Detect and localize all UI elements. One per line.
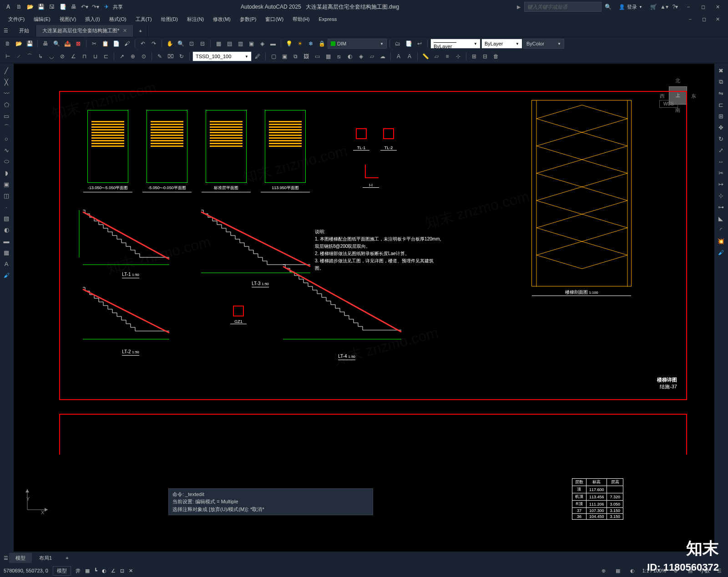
dim-ord-icon[interactable]: ↳ [35,51,46,61]
search-icon[interactable]: 🔍 [603,2,612,11]
hatch-icon[interactable]: ⧅ [334,51,344,61]
app-switcher-icon[interactable]: ▲▾ [660,2,669,11]
saveas-icon[interactable]: 🖫 [47,2,56,11]
dim-baseline-icon[interactable]: ⊔ [90,51,100,61]
extend-icon[interactable]: ↦ [715,179,726,189]
cut-icon[interactable]: ✂ [89,39,99,49]
dimedit-icon[interactable]: ✎ [155,51,165,61]
fillet-icon[interactable]: ◜ [715,225,726,235]
menu-file[interactable]: 文件(F) [4,14,29,24]
grid-toggle-icon[interactable]: 井 [76,567,81,574]
menu-tools[interactable]: 工具(T) [131,14,157,24]
move-icon[interactable]: ✥ [715,122,726,132]
layerstate-icon[interactable]: 📑 [404,39,414,49]
match-icon[interactable]: 🖌 [122,39,132,49]
dimtedit-icon[interactable]: ⌧ [166,51,176,61]
point-icon[interactable]: · [1,202,12,212]
new-doc-icon[interactable]: 🗎 [3,39,13,49]
zoom-prev-icon[interactable]: ⊟ [197,39,207,49]
tolerance-icon[interactable]: ⊕ [128,51,138,61]
lock-icon[interactable]: 🔒 [317,39,327,49]
new-icon[interactable]: 🗎 [15,2,24,11]
doc-close-icon[interactable]: ✕ [711,15,724,24]
menu-format[interactable]: 格式(O) [105,14,131,24]
ssm-icon[interactable]: ▣ [246,39,256,49]
drawing-canvas[interactable]: 知末 znzmo.com 知末 znzmo.com 知末 znzmo.com 知… [14,64,714,552]
share-icon[interactable]: ✈ [102,2,111,11]
leader-icon[interactable]: ↗ [117,51,127,61]
dim-diameter-icon[interactable]: ⊘ [57,51,67,61]
explode-icon[interactable]: 💥 [715,236,726,246]
text-icon[interactable]: A [404,51,415,61]
hatch-tool-icon[interactable]: ▨ [1,213,12,223]
table-icon[interactable]: ▦ [323,51,333,61]
publish-icon[interactable]: 📤 [62,39,72,49]
tp-icon[interactable]: ▥ [235,39,245,49]
ellipse-arc-icon[interactable]: ◗ [1,168,12,178]
mtext-icon[interactable]: A [394,51,404,61]
menu-view[interactable]: 视图(V) [55,14,81,24]
ortho-toggle-icon[interactable]: ┗ [94,568,97,574]
space-button[interactable]: 模型 [53,566,71,576]
insert-icon[interactable]: ▣ [279,51,289,61]
osnap-toggle-icon[interactable]: ∠ [111,568,116,574]
color-dropdown[interactable]: ByColor▼ [523,39,564,49]
help-icon[interactable]: ?▾ [671,2,680,11]
menu-param[interactable]: 参数(P) [235,14,261,24]
list-icon[interactable]: ≡ [442,51,452,61]
tab-layout1[interactable]: 布局1 [33,553,58,563]
dim-arc-icon[interactable]: ⌒ [25,51,35,61]
menu-help[interactable]: 帮助(H) [288,14,314,24]
open-icon[interactable]: 📂 [25,2,35,11]
redo-icon[interactable]: ↷▾ [91,2,100,11]
tab-model[interactable]: 模型 [9,553,32,563]
menu-insert[interactable]: 插入(I) [81,14,104,24]
layprev-icon[interactable]: ↩ [415,39,425,49]
xref-icon[interactable]: ⧉ [290,51,300,61]
dc-icon[interactable]: ▤ [224,39,234,49]
search-input[interactable]: 键入关键字或短语 [524,2,602,12]
insert-blk-icon[interactable]: ▣ [1,179,12,189]
scale-icon[interactable]: ⤢ [715,145,726,155]
markset-icon[interactable]: ◈ [257,39,267,49]
dimstyle-dropdown[interactable]: TSSD_100_100▼ [192,51,252,61]
spline-icon[interactable]: ∿ [1,145,12,155]
save-btn-icon[interactable]: 💾 [25,39,35,49]
qcalc-icon[interactable]: ▬ [268,39,278,49]
print-icon[interactable]: 📑 [58,2,67,11]
copy-icon[interactable]: 📋 [100,39,110,49]
menu-draw[interactable]: 绘图(D) [157,14,182,24]
tab-close-icon[interactable]: ✕ [123,28,127,34]
dim-aligned-icon[interactable]: ⟋ [14,51,24,61]
rotate-icon[interactable]: ↻ [715,134,726,144]
dim-angular-icon[interactable]: ∠ [68,51,78,61]
share-label[interactable]: 共享 [113,4,123,10]
tab-start[interactable]: 开始 [13,25,36,37]
sun-icon[interactable]: ☀ [295,39,305,49]
join-icon[interactable]: ⊶ [715,202,726,212]
freeze-icon[interactable]: ❄ [306,39,316,49]
save-icon[interactable]: 💾 [36,2,46,11]
snap-toggle-icon[interactable]: ▦ [85,568,90,574]
xline-icon[interactable]: ╳ [1,77,12,87]
menu-express[interactable]: Express [314,14,341,24]
dim-continue-icon[interactable]: ⊏ [101,51,111,61]
doc-restore-icon[interactable]: ◻ [697,15,711,24]
batch-plot-icon[interactable]: ⊠ [73,39,83,49]
sc-2-icon[interactable]: ▦ [613,566,623,576]
block-make-icon[interactable]: ◫ [1,191,12,201]
circle-icon[interactable]: ○ [1,134,12,144]
array-icon[interactable]: ⊞ [715,111,726,121]
region-icon[interactable]: ◈ [356,51,366,61]
erase-icon[interactable]: ✖ [715,65,726,75]
chamfer-icon[interactable]: ◣ [715,213,726,223]
dyn-toggle-icon[interactable]: ✕ [129,568,133,574]
line-icon[interactable]: ╱ [1,65,12,75]
redo-btn-icon[interactable]: ↷ [149,39,159,49]
zoom-rt-icon[interactable]: 🔍 [176,39,186,49]
close-icon[interactable]: ✕ [711,2,724,11]
polygon-icon[interactable]: ⬠ [1,100,12,110]
gradient-tool-icon[interactable]: ◐ [1,225,12,235]
layer-dropdown[interactable]: DIM▼ [328,39,387,49]
field-icon[interactable]: ▭ [312,51,322,61]
